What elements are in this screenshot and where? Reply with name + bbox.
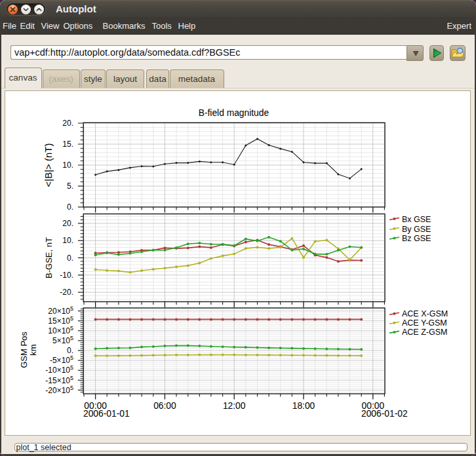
svg-text:-10.: -10. — [60, 271, 73, 280]
svg-text:20.: 20. — [62, 119, 73, 128]
svg-text:Bx GSE: Bx GSE — [402, 215, 431, 224]
svg-text:-15×105: -15×105 — [45, 375, 73, 385]
svg-text:2006-01-01: 2006-01-01 — [83, 409, 130, 419]
svg-text:20.: 20. — [62, 219, 73, 228]
svg-text:0.: 0. — [67, 202, 73, 212]
svg-text:15.: 15. — [62, 140, 73, 149]
svg-text:GSM Pos: GSM Pos — [19, 332, 29, 368]
svg-text:2006-01-02: 2006-01-02 — [361, 409, 408, 419]
svg-text:<|B|> (nT): <|B|> (nT) — [43, 143, 54, 187]
svg-text:-10×105: -10×105 — [45, 364, 73, 375]
svg-text:km: km — [28, 344, 38, 355]
svg-text:Bz GSE: Bz GSE — [402, 234, 431, 243]
svg-text:10.: 10. — [62, 161, 73, 170]
svg-text:18:00: 18:00 — [292, 401, 315, 411]
svg-text:ACE Z-GSM: ACE Z-GSM — [402, 328, 447, 337]
svg-text:12:00: 12:00 — [223, 401, 246, 411]
svg-text:-20×105: -20×105 — [45, 385, 73, 395]
svg-text:5×105: 5×105 — [52, 335, 73, 345]
svg-text:B-GSE, nT: B-GSE, nT — [44, 237, 54, 278]
svg-text:10×105: 10×105 — [48, 325, 73, 335]
svg-text:0.: 0. — [67, 346, 73, 355]
svg-text:10.: 10. — [62, 236, 73, 245]
svg-text:06:00: 06:00 — [153, 401, 176, 411]
svg-text:B-field magnitude: B-field magnitude — [199, 108, 269, 118]
svg-text:ACE X-GSM: ACE X-GSM — [402, 309, 448, 318]
svg-text:By GSE: By GSE — [402, 225, 431, 234]
svg-text:20×105: 20×105 — [48, 305, 73, 316]
svg-text:0.: 0. — [67, 254, 73, 263]
svg-text:-5×105: -5×105 — [50, 354, 73, 365]
svg-text:ACE Y-GSM: ACE Y-GSM — [402, 318, 447, 328]
svg-text:5.: 5. — [67, 181, 73, 191]
svg-text:15×105: 15×105 — [48, 315, 73, 326]
svg-text:-20.: -20. — [60, 288, 73, 297]
